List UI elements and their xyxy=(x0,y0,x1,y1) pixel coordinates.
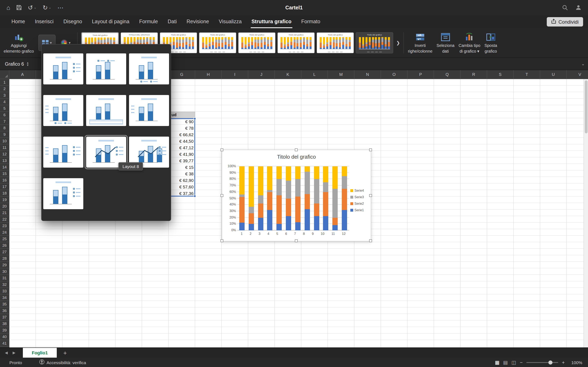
legend-item-serie3[interactable]: Serie3 xyxy=(350,195,364,199)
row-header-21[interactable]: 21 xyxy=(0,210,9,216)
row-header-37[interactable]: 37 xyxy=(0,314,9,320)
column-header-H[interactable]: H xyxy=(195,70,222,79)
tab-disegno[interactable]: Disegno xyxy=(58,15,87,28)
page-layout-view-icon[interactable]: ▤ xyxy=(503,360,508,365)
select-all-corner[interactable] xyxy=(0,70,9,79)
column-header-N[interactable]: N xyxy=(355,70,381,79)
column-header-M[interactable]: M xyxy=(328,70,355,79)
layout-option-layout-10[interactable] xyxy=(43,178,83,209)
more-commands-icon[interactable]: ⋯ xyxy=(57,4,63,11)
normal-view-icon[interactable]: ▦ xyxy=(495,360,500,365)
row-header-13[interactable]: 13 xyxy=(0,157,9,164)
undo-menu-chevron-icon[interactable]: ⌄ xyxy=(34,4,36,11)
move-chart-button[interactable]: Spostagrafico xyxy=(483,28,499,58)
search-icon[interactable] xyxy=(562,4,568,11)
row-header-8[interactable]: 8 xyxy=(0,125,9,131)
row-header-38[interactable]: 38 xyxy=(0,320,9,327)
switch-row-column-button[interactable]: Invertirighe/colonne xyxy=(406,28,434,58)
row-header-10[interactable]: 10 xyxy=(0,138,9,144)
row-header-40[interactable]: 40 xyxy=(0,334,9,340)
column-header-G[interactable]: G xyxy=(169,70,195,79)
legend-item-serie1[interactable]: Serie1 xyxy=(350,208,364,212)
row-header-4[interactable]: 4 xyxy=(0,99,9,105)
row-header-34[interactable]: 34 xyxy=(0,294,9,301)
tab-visualizza[interactable]: Visualizza xyxy=(214,15,247,28)
chart-bar-3[interactable] xyxy=(258,166,263,230)
row-header-9[interactable]: 9 xyxy=(0,131,9,138)
sheet-nav-left-icon[interactable]: ◀ xyxy=(5,351,8,355)
layout-option-layout-5[interactable] xyxy=(86,95,126,126)
data-header-cell[interactable]: ud xyxy=(169,112,195,118)
row-header-24[interactable]: 24 xyxy=(0,229,9,236)
zoom-in-icon[interactable]: + xyxy=(562,359,565,365)
save-icon[interactable] xyxy=(16,5,22,10)
tab-formato[interactable]: Formato xyxy=(296,15,325,28)
layout-option-layout-1[interactable] xyxy=(43,53,83,84)
chart-style-8[interactable]: Titolo del grafico xyxy=(356,32,393,53)
tab-home[interactable]: Home xyxy=(7,15,30,28)
gallery-next-icon[interactable]: ❯ xyxy=(395,32,401,53)
row-header-41[interactable]: 41 xyxy=(0,340,9,347)
accessibility-status[interactable]: Accessibilità: verifica xyxy=(39,359,86,365)
column-header-A[interactable]: A xyxy=(9,70,36,79)
redo-menu-chevron-icon[interactable]: ⌄ xyxy=(49,4,51,11)
chart-bar-7[interactable] xyxy=(295,166,301,230)
zoom-slider-knob[interactable] xyxy=(548,360,553,364)
layout-option-layout-7[interactable] xyxy=(43,137,83,167)
layout-option-layout-4[interactable] xyxy=(43,95,83,126)
add-sheet-icon[interactable]: + xyxy=(63,350,67,356)
row-header-20[interactable]: 20 xyxy=(0,203,9,210)
row-header-28[interactable]: 28 xyxy=(0,255,9,262)
column-header-U[interactable]: U xyxy=(540,70,567,79)
row-header-39[interactable]: 39 xyxy=(0,327,9,334)
zoom-slider[interactable] xyxy=(526,362,558,363)
row-header-27[interactable]: 27 xyxy=(0,249,9,255)
chart-bar-6[interactable] xyxy=(286,166,291,230)
select-data-button[interactable]: Selezionadati xyxy=(434,28,457,58)
chart-bar-11[interactable] xyxy=(332,166,338,230)
sheet-nav-right-icon[interactable]: ▶ xyxy=(13,351,16,355)
range-handle[interactable] xyxy=(194,195,196,197)
page-break-view-icon[interactable]: ◫ xyxy=(511,360,516,365)
column-header-I[interactable]: I xyxy=(222,70,248,79)
column-header-J[interactable]: J xyxy=(248,70,275,79)
chart-bar-8[interactable] xyxy=(304,166,310,230)
chart-style-5[interactable]: Titolo del grafico xyxy=(238,32,276,53)
chart-selection-handle[interactable] xyxy=(221,239,223,242)
tab-formule[interactable]: Formule xyxy=(134,15,163,28)
chart-style-7[interactable]: Titolo del grafico xyxy=(316,32,354,53)
redo-icon[interactable]: ↻⌄ xyxy=(43,4,52,11)
row-header-18[interactable]: 18 xyxy=(0,190,9,197)
column-header-K[interactable]: K xyxy=(275,70,301,79)
tab-revisione[interactable]: Revisione xyxy=(182,15,214,28)
name-box[interactable]: Grafico 6 ▲▼ xyxy=(0,61,39,66)
add-chart-element-button[interactable]: Aggiungi elemento grafico xyxy=(0,28,38,58)
vertical-scrollbar[interactable] xyxy=(584,79,588,347)
chart-bar-2[interactable] xyxy=(249,166,254,230)
row-header-6[interactable]: 6 xyxy=(0,112,9,118)
formula-bar-expand-icon[interactable]: ⌄ xyxy=(581,62,585,66)
share-button[interactable]: Condividi xyxy=(546,17,583,26)
row-header-29[interactable]: 29 xyxy=(0,262,9,268)
chart-title[interactable]: Titolo del grafico xyxy=(222,154,371,160)
layout-option-layout-6[interactable] xyxy=(129,95,169,126)
zoom-level[interactable]: 100% xyxy=(568,360,582,365)
vertical-scrollbar-thumb[interactable] xyxy=(585,80,588,133)
row-header-3[interactable]: 3 xyxy=(0,92,9,99)
column-header-O[interactable]: O xyxy=(381,70,407,79)
row-header-7[interactable]: 7 xyxy=(0,118,9,125)
row-header-31[interactable]: 31 xyxy=(0,275,9,281)
row-header-35[interactable]: 35 xyxy=(0,301,9,308)
change-chart-type-button[interactable]: Cambia tipodi grafico ▾ xyxy=(457,28,483,58)
tab-struttura-grafico[interactable]: Struttura grafico xyxy=(247,15,296,28)
chart-selection-handle[interactable] xyxy=(369,194,372,197)
row-header-11[interactable]: 11 xyxy=(0,144,9,151)
row-header-15[interactable]: 15 xyxy=(0,170,9,177)
column-header-L[interactable]: L xyxy=(301,70,328,79)
row-header-30[interactable]: 30 xyxy=(0,268,9,275)
row-header-23[interactable]: 23 xyxy=(0,223,9,229)
row-header-14[interactable]: 14 xyxy=(0,164,9,170)
chart-style-4[interactable]: Titolo del grafico xyxy=(199,32,236,53)
zoom-out-icon[interactable]: − xyxy=(520,359,523,365)
tab-dati[interactable]: Dati xyxy=(163,15,182,28)
